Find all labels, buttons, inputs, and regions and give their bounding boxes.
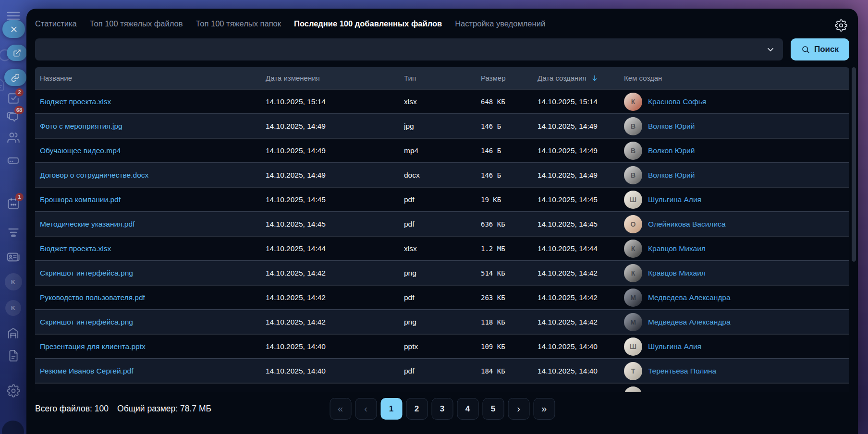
creator-link[interactable]: Медведева Александра [648, 318, 731, 326]
file-name-link[interactable]: Бюджет проекта.xlsx [40, 244, 111, 253]
sidebar-item-settings[interactable] [0, 384, 26, 398]
sidebar-item-filter[interactable] [0, 226, 26, 239]
first-page-button[interactable]: « [330, 398, 351, 420]
tab-5[interactable]: Настройка уведомлений [455, 19, 545, 28]
file-type: pdf [404, 367, 481, 375]
sidebar-avatar-k2[interactable]: K [0, 300, 26, 316]
created-date: 14.10.2025, 14:40 [538, 342, 624, 351]
page-3-button[interactable]: 3 [431, 398, 453, 420]
table-row: Бюджет проекта.xlsx14.10.2025, 14:44xlsx… [35, 236, 849, 260]
sidebar-item-storage[interactable] [0, 154, 26, 167]
creator-link[interactable]: Медведева Александра [648, 293, 731, 302]
creator-link[interactable]: Шульгина Алия [648, 195, 701, 204]
table-body: Бюджет проекта.xlsx14.10.2025, 15:14xlsx… [35, 89, 849, 392]
file-type: png [404, 318, 481, 326]
table-scrollbar[interactable] [852, 67, 856, 262]
creator-link[interactable]: Волков Юрий [648, 122, 695, 131]
file-name-link[interactable]: Руководство пользователя.pdf [40, 293, 145, 301]
file-name-link[interactable]: Скриншот интерфейса.png [40, 318, 133, 326]
file-name-link[interactable]: Скриншот интерфейса.png [40, 269, 133, 277]
sidebar-item-documents[interactable] [0, 350, 26, 362]
next-page-button[interactable]: › [508, 398, 529, 420]
sidebar-item-people[interactable] [0, 131, 26, 144]
column-header-2[interactable]: Дата изменения [266, 74, 404, 82]
creator-link[interactable]: Кравцов Михаил [648, 269, 706, 277]
file-type: pdf [404, 220, 481, 229]
tab-3[interactable]: Топ 100 тяжелых папок [196, 19, 281, 28]
created-date: 14.10.2025, 15:14 [538, 97, 624, 106]
copy-link-button[interactable] [4, 69, 26, 86]
column-header-4[interactable]: Размер [481, 74, 538, 82]
creator-link[interactable]: Терентьева Полина [648, 367, 716, 375]
created-date: 14.10.2025, 14:49 [538, 122, 624, 131]
page-5-button[interactable]: 5 [482, 398, 504, 420]
prev-page-button[interactable]: ‹ [355, 398, 377, 420]
modified-date: 14.10.2025, 14:40 [266, 367, 404, 375]
calendar-badge: 1 [15, 193, 24, 201]
sidebar-avatar-k1[interactable]: K [0, 273, 26, 290]
files-table: НазваниеДата измененияТипРазмерДата созд… [35, 67, 849, 392]
page-4-button[interactable]: 4 [457, 398, 478, 420]
file-type: pdf [404, 195, 481, 204]
file-name-link[interactable]: Бюджет проекта.xlsx [40, 97, 111, 106]
search-button[interactable]: Поиск [791, 38, 849, 60]
column-header-3[interactable]: Тип [404, 74, 481, 82]
modified-date: 14.10.2025, 14:40 [266, 342, 404, 351]
sidebar-item-archive[interactable] [0, 326, 26, 339]
file-type: pptx [404, 342, 481, 351]
creator-avatar: В [624, 117, 642, 135]
column-header-5[interactable]: Дата создания [538, 74, 624, 82]
table-row: Скриншот интерфейса.png14.10.2025, 14:42… [35, 260, 849, 285]
file-name-link[interactable]: Договор о сотрудничестве.docx [40, 171, 148, 179]
sort-desc-icon [591, 74, 599, 82]
search-input[interactable] [35, 38, 783, 60]
sidebar-bottom-avatar[interactable] [2, 421, 24, 434]
page-1-button[interactable]: 1 [380, 398, 402, 420]
last-page-button[interactable]: » [533, 398, 555, 420]
creator-link[interactable]: Кравцов Михаил [648, 244, 706, 253]
creator-link[interactable]: Волков Юрий [648, 171, 695, 180]
file-name-link[interactable]: Презентация для клиента.pptx [40, 342, 146, 350]
file-size: 146 Б [481, 122, 538, 130]
creator-avatar [624, 386, 642, 393]
creator-avatar: К [624, 240, 642, 258]
created-date: 14.10.2025, 14:42 [538, 269, 624, 277]
open-external-button[interactable] [7, 45, 27, 61]
file-size: 146 Б [481, 171, 538, 179]
tab-2[interactable]: Топ 100 тяжелых файлов [90, 19, 183, 28]
close-panel-button[interactable] [2, 20, 25, 38]
sidebar-item-tasks[interactable]: 2 [0, 92, 26, 105]
gear-icon [7, 384, 20, 398]
table-row: Презентация для клиента.pptx14.10.2025, … [35, 334, 849, 358]
statistics-modal: СтатистикаТоп 100 тяжелых файловТоп 100 … [26, 9, 858, 434]
created-date: 14.10.2025, 14:40 [538, 367, 624, 375]
creator-avatar: К [624, 93, 642, 111]
tab-4[interactable]: Последние 100 добавленных файлов [294, 19, 442, 28]
modified-date: 14.10.2025, 14:49 [266, 146, 404, 155]
file-name-link[interactable]: Фото с мероприятия.jpg [40, 122, 122, 130]
file-size: 109 КБ [481, 343, 538, 350]
created-date: 14.10.2025, 14:49 [538, 146, 624, 155]
creator-link[interactable]: Волков Юрий [648, 146, 695, 155]
page-2-button[interactable]: 2 [406, 398, 428, 420]
sidebar-item-messages[interactable]: 68 [0, 110, 26, 123]
settings-gear-button[interactable] [835, 19, 847, 33]
sidebar-item-contacts[interactable] [0, 250, 26, 264]
creator-avatar: М [624, 289, 642, 307]
file-name-link[interactable]: Резюме Иванов Сергей.pdf [40, 367, 134, 375]
file-name-link[interactable]: Обучающее видео.mp4 [40, 146, 121, 155]
creator-link[interactable]: Олейникова Василиса [648, 220, 725, 229]
sidebar-item-calendar[interactable]: 1 [0, 197, 26, 210]
tab-1[interactable]: Статистика [35, 19, 77, 28]
column-header-1[interactable]: Название [35, 74, 266, 82]
left-sidebar: 2 68 1 [0, 0, 26, 434]
creator-link[interactable]: Краснова Софья [648, 97, 706, 106]
creator-link[interactable]: Шульгина Алия [648, 342, 701, 351]
file-name-link[interactable]: Брошюра компании.pdf [40, 195, 121, 204]
table-header-row: НазваниеДата измененияТипРазмерДата созд… [35, 67, 849, 89]
file-name-link[interactable]: Методические указания.pdf [40, 220, 134, 228]
column-header-6[interactable]: Кем создан [624, 74, 849, 82]
close-icon [10, 25, 18, 33]
file-type: png [404, 269, 481, 277]
hamburger-menu-icon[interactable] [0, 12, 26, 20]
